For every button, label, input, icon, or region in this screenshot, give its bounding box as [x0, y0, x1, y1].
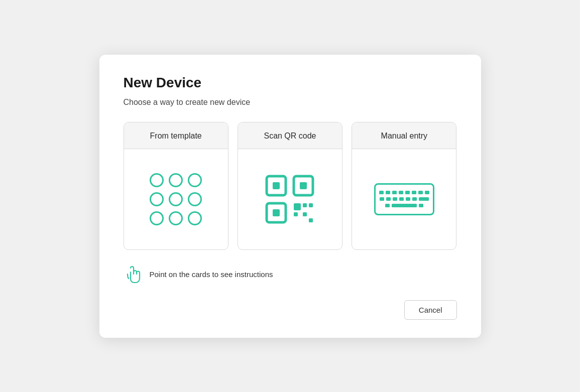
keyboard-row-3 [385, 204, 423, 207]
key [392, 191, 397, 194]
hint-text: Point on the cards to see instructions [150, 270, 273, 279]
svg-rect-3 [300, 182, 307, 189]
keyboard-row-2 [380, 197, 429, 201]
pointer-icon [124, 265, 143, 284]
key [412, 191, 416, 194]
key [418, 191, 423, 194]
svg-rect-10 [303, 212, 307, 216]
from-template-card[interactable]: From template [124, 122, 228, 250]
manual-entry-card[interactable]: Manual entry [352, 122, 456, 250]
dialog-subtitle: Choose a way to create new device [124, 98, 457, 107]
key [386, 191, 390, 194]
keyboard-row-1 [379, 191, 429, 194]
key [405, 191, 410, 194]
dot-1 [150, 173, 164, 187]
key [379, 191, 384, 194]
cards-row: From template Scan QR code [124, 122, 457, 250]
dot-2 [169, 173, 183, 187]
from-template-label: From template [124, 122, 228, 149]
scan-qr-card[interactable]: Scan QR code [238, 122, 342, 250]
key [399, 197, 404, 201]
svg-rect-11 [309, 218, 313, 222]
template-icon [150, 173, 202, 225]
dialog-footer: Cancel [124, 300, 457, 320]
key [399, 191, 403, 194]
cancel-button[interactable]: Cancel [404, 300, 457, 320]
scan-qr-label: Scan QR code [238, 122, 342, 149]
qr-icon [265, 174, 315, 224]
svg-rect-1 [273, 182, 280, 189]
svg-rect-8 [309, 203, 313, 207]
svg-rect-5 [273, 209, 280, 216]
spacebar [392, 204, 417, 207]
svg-rect-7 [303, 203, 307, 207]
key [393, 197, 397, 201]
dot-8 [169, 211, 183, 225]
keyboard-icon [374, 183, 434, 215]
manual-entry-label: Manual entry [352, 122, 456, 149]
svg-rect-6 [294, 203, 301, 210]
key [385, 204, 390, 207]
dot-7 [150, 211, 164, 225]
dot-9 [188, 211, 202, 225]
key-wide [419, 197, 429, 201]
dot-6 [188, 192, 202, 206]
dot-4 [150, 192, 164, 206]
hint-row: Point on the cards to see instructions [124, 265, 457, 284]
key [386, 197, 391, 201]
dialog-title: New Device [124, 75, 457, 91]
key [412, 197, 417, 201]
from-template-body [124, 149, 228, 249]
key [406, 197, 410, 201]
key [419, 204, 423, 207]
dot-5 [169, 192, 183, 206]
svg-rect-9 [294, 212, 298, 216]
key [425, 191, 429, 194]
new-device-dialog: New Device Choose a way to create new de… [99, 55, 481, 338]
scan-qr-body [238, 149, 342, 249]
manual-entry-body [352, 149, 456, 249]
dot-3 [188, 173, 202, 187]
key [380, 197, 384, 201]
